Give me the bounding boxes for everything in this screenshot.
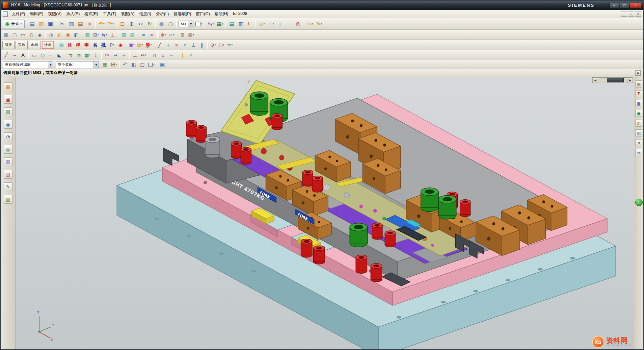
die-spring-red[interactable]	[385, 231, 395, 247]
snap-point-icon[interactable]: ◎	[294, 20, 302, 28]
selection-cursor-icon[interactable]	[285, 20, 293, 28]
project-curve-icon[interactable]: ↓	[92, 51, 100, 59]
select-previous-icon[interactable]: ↶	[120, 60, 129, 69]
dimension-icon-caret[interactable]: ▾	[145, 54, 146, 56]
die-spring-red[interactable]	[356, 255, 367, 274]
fillet-icon[interactable]: ⌐	[47, 51, 55, 59]
die-spring-red[interactable]	[241, 147, 251, 165]
die-spring-red[interactable]	[272, 114, 282, 130]
wcs-icon[interactable]: ∟	[245, 20, 254, 28]
scroll-right-button[interactable]: ▶	[627, 78, 633, 83]
replace-button[interactable]: 替换	[2, 41, 15, 49]
model-3d-view[interactable]: TOTAL WEIGHT 4707KG	[16, 77, 634, 349]
studio-shading-icon[interactable]: ◐	[55, 31, 63, 39]
nitrogen-spring-green[interactable]	[350, 223, 368, 247]
measure-tool-icon[interactable]: ↔	[635, 149, 642, 156]
marquee-style-icon[interactable]: ▢▾	[147, 60, 156, 69]
scroll-thumb[interactable]	[607, 78, 624, 82]
die-spring-red[interactable]	[312, 176, 323, 193]
wireframe-icon[interactable]: ○	[166, 20, 175, 28]
circle-icon[interactable]: ○	[38, 51, 47, 59]
quick-trim-icon[interactable]: ×	[172, 41, 181, 49]
section-tool-icon[interactable]: ▥	[635, 129, 642, 136]
explode-assembly-icon-caret[interactable]: ▾	[165, 33, 166, 36]
add-component-icon[interactable]: ⊞▾	[92, 31, 100, 39]
menu-insert[interactable]: 插入(S)	[64, 10, 82, 18]
snap-point-toggle-icon[interactable]: ▦	[101, 60, 109, 69]
dimension-icon[interactable]: ↔▾	[139, 51, 147, 59]
scroll-left-button[interactable]: ◀	[592, 78, 598, 83]
pattern-curve-icon-caret[interactable]: ▾	[89, 54, 90, 56]
render-style-combo[interactable]: M3▼	[179, 21, 193, 27]
mdi-minimize-button[interactable]: –	[621, 11, 627, 17]
point-icon[interactable]: +▾	[266, 20, 275, 28]
point-icon-caret[interactable]: ▾	[273, 23, 274, 25]
orient-front-icon[interactable]: ▯	[27, 31, 35, 39]
sphere-display-icon[interactable]: ●	[635, 110, 642, 117]
menu-tools[interactable]: 工具(T)	[101, 10, 118, 18]
divide-curve-icon[interactable]: ÷	[120, 51, 128, 59]
object-color-combo[interactable]: ▾	[194, 20, 203, 28]
measure-distance-icon-caret[interactable]: ▾	[312, 23, 313, 25]
move-component-icon-caret[interactable]: ▾	[106, 33, 107, 36]
die-spring-red[interactable]	[301, 239, 312, 257]
move-component-icon[interactable]: ⇆▾	[100, 31, 108, 39]
redo-icon-caret[interactable]: ▾	[112, 23, 114, 25]
measure-distance-icon[interactable]: ↔▾	[305, 20, 314, 28]
window-icon[interactable]: ▢	[10, 31, 19, 39]
arc-tool-icon-caret[interactable]: ▾	[223, 44, 224, 46]
display-part-icon[interactable]: ▦	[2, 31, 10, 39]
shen-tool-button[interactable]: 申	[83, 41, 91, 49]
view-in-layer-icon[interactable]: ▥	[236, 20, 245, 28]
shaded-edges-icon[interactable]: ◑	[47, 31, 55, 39]
text-tool-icon[interactable]: A	[19, 51, 27, 59]
interpart-link-icon[interactable]: ∞	[148, 31, 156, 39]
clip-section-icon[interactable]: ▤	[128, 31, 136, 39]
open-file-icon[interactable]: ▨	[37, 20, 46, 28]
marquee-style-icon-caret[interactable]: ▾	[153, 63, 155, 66]
shaded-translucent-button[interactable]: 实透	[16, 41, 28, 49]
face-translucent-button[interactable]: 面透	[29, 41, 41, 49]
new-file-icon[interactable]: ▤	[28, 20, 36, 28]
menu-assemblies[interactable]: 装配(A)	[118, 10, 137, 18]
pan-icon[interactable]: ↔	[136, 20, 145, 28]
name-tool-button[interactable]: 名	[91, 41, 99, 49]
menu-et2008[interactable]: ET2008	[231, 10, 249, 18]
light-settings-icon[interactable]: ◐	[635, 120, 642, 127]
window-layout-icon[interactable]: ▣	[635, 70, 641, 76]
selection-scope-combo[interactable]: 整个装配 ▼	[56, 61, 99, 68]
zoom-icon[interactable]: ⊕	[127, 20, 136, 28]
rectangle-icon[interactable]: ▭	[30, 51, 38, 59]
assembly-load-icon[interactable]: ▧	[83, 31, 91, 39]
sketch-point-icon[interactable]: +	[164, 41, 172, 49]
layer-settings-icon[interactable]: ▤	[227, 20, 236, 28]
close-button[interactable]: ×	[630, 3, 641, 8]
perpendicular-icon[interactable]: ⊥	[189, 41, 197, 49]
material-cube-icon[interactable]: ▣	[635, 100, 642, 107]
circle-tool-icon-caret[interactable]: ▾	[215, 44, 216, 46]
shaded-icon[interactable]: ●	[157, 20, 166, 28]
menu-preferences[interactable]: 首选项(P)	[171, 10, 193, 18]
die-spring-red[interactable]	[371, 264, 382, 282]
datum-plane-icon-caret[interactable]: ▾	[263, 23, 265, 25]
menu-window[interactable]: 窗口(O)	[193, 10, 212, 18]
purple-plate-icon[interactable]: ▣▾	[128, 41, 136, 49]
menu-help[interactable]: 帮助(H)	[212, 10, 231, 18]
move-object-icon-caret[interactable]: ▾	[213, 23, 214, 25]
finish-sketch-icon[interactable]: ✓	[187, 51, 195, 59]
orient-top-icon[interactable]: ▭	[19, 31, 27, 39]
start-menu-button[interactable]: ◉开始▾	[2, 20, 25, 28]
sequence-icon[interactable]: ≡▾	[167, 31, 176, 39]
delete-icon[interactable]: ×	[85, 20, 94, 28]
grid-snap-icon[interactable]: ▦	[635, 80, 642, 88]
gold-grid-icon-caret[interactable]: ▾	[142, 44, 143, 46]
gold-grid-icon[interactable]: ▦▾	[136, 41, 144, 49]
constraint-navigator-icon[interactable]: ▣	[4, 95, 12, 104]
clipboard-view-icon[interactable]: ▣	[158, 60, 167, 69]
menu-information[interactable]: 信息(I)	[137, 10, 153, 18]
interference-check-button-caret[interactable]: ▾	[151, 44, 152, 46]
capture-region-icon[interactable]: ◧	[129, 60, 138, 69]
save-icon[interactable]: ▣	[46, 20, 55, 28]
extend-curve-icon[interactable]: ↦	[111, 51, 119, 59]
pattern-curve-icon[interactable]: ▦▾	[83, 51, 91, 59]
